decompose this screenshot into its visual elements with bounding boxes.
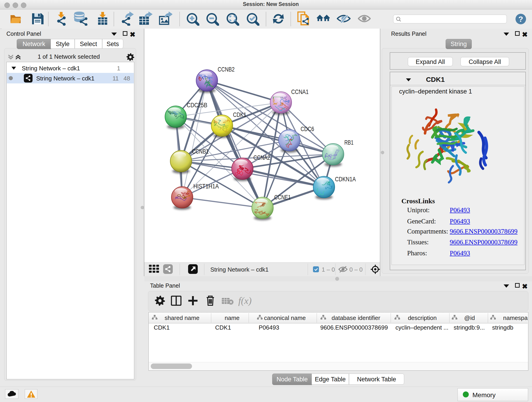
svg-text:CDK1: CDK1	[233, 111, 246, 118]
svg-text:CCNE1: CCNE1	[274, 194, 291, 201]
svg-text:CDC25B: CDC25B	[187, 102, 207, 109]
svg-text:RB1: RB1	[344, 139, 354, 146]
svg-text:CDKN1A: CDKN1A	[335, 176, 356, 183]
svg-text:CCNB2: CCNB2	[218, 66, 234, 73]
svg-text:HIST1H1A: HIST1H1A	[193, 183, 219, 190]
svg-text:CCNB1: CCNB1	[192, 148, 209, 155]
svg-text:CCNA2: CCNA2	[253, 154, 270, 161]
svg-text:CCNA1: CCNA1	[291, 88, 309, 95]
svg-text:CDC6: CDC6	[301, 125, 314, 133]
